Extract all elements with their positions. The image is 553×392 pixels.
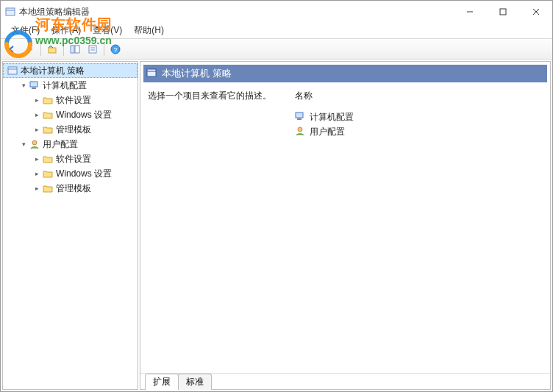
svg-text:?: ? xyxy=(113,46,117,54)
folder-icon xyxy=(42,94,54,106)
list-item-label: 计算机配置 xyxy=(310,111,354,124)
menu-help[interactable]: 帮助(H) xyxy=(128,23,170,38)
caret-right-icon[interactable]: ▸ xyxy=(32,110,41,119)
body-area: 本地计算机 策略 ▾ 计算机配置 xyxy=(1,60,552,391)
folder-icon xyxy=(42,168,54,179)
tree-computer-config[interactable]: ▾ 计算机配置 xyxy=(16,78,138,93)
list-item-computer[interactable]: 计算机配置 xyxy=(295,110,543,124)
content-body: 选择一个项目来查看它的描述。 名称 计算机配置 用户配置 xyxy=(140,85,550,373)
computer-icon xyxy=(295,111,307,123)
caret-right-icon[interactable]: ▸ xyxy=(32,169,41,178)
description-text: 选择一个项目来查看它的描述。 xyxy=(148,90,271,101)
help-button[interactable]: ? xyxy=(107,41,124,57)
app-icon xyxy=(5,7,15,17)
tree-item[interactable]: ▸ 软件设置 xyxy=(29,152,138,166)
user-icon xyxy=(29,138,40,150)
window-controls xyxy=(453,1,552,23)
menu-view[interactable]: 查看(V) xyxy=(87,23,128,38)
caret-right-icon[interactable]: ▸ xyxy=(32,184,41,193)
svg-rect-17 xyxy=(32,88,36,89)
tree-item[interactable]: ▸ 软件设置 xyxy=(29,93,138,107)
caret-right-icon[interactable]: ▸ xyxy=(32,96,41,104)
tree-item-label: 管理模板 xyxy=(56,182,91,195)
svg-rect-8 xyxy=(75,46,79,53)
policy-icon xyxy=(7,65,18,76)
user-icon xyxy=(295,126,307,138)
minimize-button[interactable] xyxy=(453,1,486,23)
tree-pane[interactable]: 本地计算机 策略 ▾ 计算机配置 xyxy=(2,61,138,390)
toolbar: ? xyxy=(1,39,552,60)
svg-point-23 xyxy=(298,127,302,132)
back-button[interactable] xyxy=(4,41,20,57)
svg-rect-16 xyxy=(30,82,38,87)
up-button[interactable] xyxy=(44,41,60,57)
svg-rect-7 xyxy=(71,46,74,53)
show-hide-tree-button[interactable] xyxy=(67,41,83,57)
list-item-label: 用户配置 xyxy=(310,126,345,138)
computer-icon xyxy=(29,79,40,91)
tree-item-label: 用户配置 xyxy=(43,138,78,151)
tree-item-label: 计算机配置 xyxy=(43,79,87,92)
svg-rect-14 xyxy=(8,67,17,74)
policy-tree: 本地计算机 策略 ▾ 计算机配置 xyxy=(3,63,138,196)
folder-icon xyxy=(42,153,54,165)
tree-item-label: 软件设置 xyxy=(56,94,91,107)
tree-item[interactable]: ▸ Windows 设置 xyxy=(29,166,138,181)
tab-standard[interactable]: 标准 xyxy=(178,374,212,390)
menu-action[interactable]: 操作(A) xyxy=(46,23,87,38)
maximize-button[interactable] xyxy=(486,1,519,23)
svg-rect-9 xyxy=(89,46,96,53)
tree-item[interactable]: ▸ Windows 设置 xyxy=(29,107,138,122)
window: 本地组策略编辑器 文件(F) 操作(A) 查看(V) 帮助(H) xyxy=(0,0,553,392)
caret-right-icon[interactable]: ▸ xyxy=(32,154,41,163)
svg-rect-6 xyxy=(49,48,56,53)
view-tabs: 扩展 标准 xyxy=(140,373,550,389)
svg-rect-21 xyxy=(296,113,303,118)
tree-item[interactable]: ▸ 管理模板 xyxy=(29,181,138,196)
list-item-user[interactable]: 用户配置 xyxy=(295,124,543,139)
svg-rect-3 xyxy=(500,9,506,15)
title-bar: 本地组策略编辑器 xyxy=(1,1,552,23)
policy-icon xyxy=(146,68,158,79)
svg-rect-19 xyxy=(147,69,156,76)
window-title: 本地组策略编辑器 xyxy=(19,6,453,18)
svg-point-18 xyxy=(32,140,37,145)
close-button[interactable] xyxy=(519,1,552,23)
folder-icon xyxy=(42,124,54,135)
caret-down-icon[interactable]: ▾ xyxy=(19,81,28,90)
tab-extended[interactable]: 扩展 xyxy=(145,374,179,390)
menu-file[interactable]: 文件(F) xyxy=(5,23,46,38)
toolbar-separator xyxy=(63,43,64,56)
description-column: 选择一个项目来查看它的描述。 xyxy=(148,90,295,368)
tree-item[interactable]: ▸ 管理模板 xyxy=(29,122,138,137)
tree-item-label: 软件设置 xyxy=(56,153,91,165)
properties-button[interactable] xyxy=(85,41,101,57)
caret-down-icon[interactable]: ▾ xyxy=(19,140,28,149)
content-header-title: 本地计算机 策略 xyxy=(162,67,232,80)
tree-item-label: Windows 设置 xyxy=(56,168,112,180)
tree-root-label: 本地计算机 策略 xyxy=(21,65,85,77)
tree-user-config[interactable]: ▾ 用户配置 xyxy=(16,137,138,152)
toolbar-separator xyxy=(40,43,41,56)
list-column-header[interactable]: 名称 xyxy=(295,90,543,107)
svg-rect-22 xyxy=(297,118,302,120)
folder-icon xyxy=(42,182,54,194)
tree-item-label: Windows 设置 xyxy=(56,109,112,121)
forward-button[interactable] xyxy=(21,41,38,57)
tree-item-label: 管理模板 xyxy=(56,124,91,136)
list-column: 名称 计算机配置 用户配置 xyxy=(295,90,543,368)
svg-rect-0 xyxy=(6,8,15,15)
tree-root[interactable]: 本地计算机 策略 xyxy=(3,63,138,78)
toolbar-separator xyxy=(104,43,104,56)
caret-right-icon[interactable]: ▸ xyxy=(32,125,41,134)
menu-bar: 文件(F) 操作(A) 查看(V) 帮助(H) xyxy=(1,23,552,39)
main-pane: 本地计算机 策略 选择一个项目来查看它的描述。 名称 计算机配置 xyxy=(140,61,551,390)
content-header: 本地计算机 策略 xyxy=(143,65,547,82)
folder-icon xyxy=(42,109,54,121)
